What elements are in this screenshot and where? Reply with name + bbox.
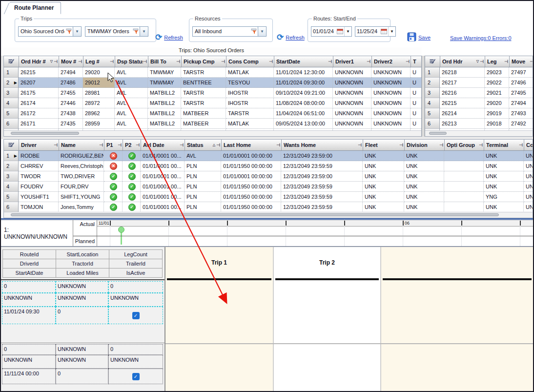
grid-cell[interactable]: U bbox=[411, 119, 421, 129]
row-selector[interactable]: 6 bbox=[4, 202, 19, 212]
trailer-id-cell[interactable]: UNKNOWN bbox=[108, 293, 163, 307]
grid-cell[interactable]: AVL bbox=[115, 88, 148, 98]
grid-cell[interactable]: UNK bbox=[404, 202, 444, 212]
grid-row[interactable]: 4FOUDRVFOUR,DRV✓✓01/01/0001 00...PLN01/0… bbox=[4, 182, 533, 192]
grid-row[interactable]: 6TOMJONJones,Tommy✓✓01/01/0001 00...PLN0… bbox=[4, 202, 533, 212]
tractor-id-cell[interactable]: UNKNOWN bbox=[56, 355, 108, 369]
grid-cell[interactable]: U bbox=[411, 88, 421, 98]
grid-cell[interactable]: Jones,Tommy bbox=[59, 202, 104, 212]
grid-cell[interactable]: RODBE bbox=[19, 151, 59, 161]
grid-cell[interactable]: U bbox=[411, 108, 421, 119]
grid-cell[interactable]: 01/01/0001 00... bbox=[141, 161, 185, 171]
grid-row[interactable]: 2▶262072748629012AVLTMWMAYBENTTREETESYOU… bbox=[4, 78, 421, 88]
grid-cell[interactable]: AVL bbox=[115, 78, 148, 88]
trip-2-column[interactable]: Trip 2 bbox=[274, 247, 380, 391]
grid-cell[interactable]: UNK bbox=[363, 171, 404, 182]
grid-cell[interactable]: ✓ bbox=[123, 202, 141, 212]
grid-cell[interactable]: UNK bbox=[524, 182, 533, 192]
grid-row[interactable]: 3TWODRTWO,DRIVER✓✓01/01/0001 00...PLN01/… bbox=[4, 171, 533, 182]
refresh-icon[interactable]: ⟳ bbox=[155, 34, 162, 41]
row-selector[interactable]: 5 bbox=[4, 192, 19, 202]
grid-cell[interactable]: 01/01/0001 00... bbox=[141, 151, 185, 161]
trips-filter-1-combobox[interactable]: Ohio Sourced Orders ▼ bbox=[18, 26, 82, 37]
grid-cell[interactable]: 26207 bbox=[19, 78, 59, 88]
column-header-ord-hdr-[interactable]: Ord Hdr #▽⊣ bbox=[19, 56, 59, 67]
grid-cell[interactable]: UNKNOWN bbox=[371, 88, 411, 98]
is-active-checkbox[interactable]: ✓ bbox=[132, 312, 140, 319]
grid-cell[interactable]: 01/01/0001 00... bbox=[141, 202, 185, 212]
grid-cell[interactable]: UNK bbox=[404, 182, 444, 192]
grid-cell[interactable]: UNKNOWN bbox=[333, 78, 371, 88]
column-header-compan[interactable]: Compan⊣ bbox=[524, 140, 533, 150]
route-end-date-input[interactable]: 11/25/24 ▼ bbox=[355, 26, 396, 37]
date-dropdown-arrow[interactable]: ▼ bbox=[388, 27, 395, 36]
grid-cell[interactable]: 26213 bbox=[440, 119, 485, 129]
is-active-checkbox[interactable]: ✓ bbox=[132, 373, 140, 380]
dropdown-arrow-button[interactable]: ▼ bbox=[73, 27, 81, 36]
grid-cell[interactable]: 11/04/2024 06:51:00 bbox=[274, 108, 333, 119]
column-header-fleet[interactable]: Fleet⊣ bbox=[363, 140, 405, 150]
horizontal-scrollbar[interactable] bbox=[4, 212, 533, 218]
grid-cell[interactable]: UNKNOWN bbox=[333, 119, 371, 129]
grid-cell[interactable]: ✓ bbox=[104, 192, 123, 202]
grid-cell[interactable]: UNK bbox=[524, 202, 533, 212]
grid-cell[interactable]: 26215 bbox=[19, 67, 59, 78]
column-header-avl-date[interactable]: Avl Date⊣ bbox=[141, 140, 185, 150]
grid-cell[interactable]: 09/10/2024 09:21:00 bbox=[274, 88, 333, 98]
grid-cell[interactable]: 29020 bbox=[83, 67, 115, 78]
grid-cell[interactable]: MATBILL2 bbox=[148, 108, 181, 119]
grid-row[interactable]: 2262172902227496 bbox=[425, 78, 533, 88]
grid-cell[interactable]: UNK bbox=[404, 161, 444, 171]
grid-cell[interactable]: YOUSHFT1 bbox=[19, 192, 59, 202]
grid-row[interactable]: 4261742744628972AVLMATBILL2TARSTRIHOSTR1… bbox=[4, 98, 421, 108]
grid-cell[interactable]: UNK bbox=[484, 161, 524, 171]
resources-refresh-link[interactable]: Refresh bbox=[286, 35, 305, 41]
grid-cell[interactable]: 27455 bbox=[59, 88, 83, 98]
grid-cell[interactable]: 27492 bbox=[509, 119, 533, 129]
grid-cell[interactable]: 11/01/2024 09:30:00 bbox=[274, 78, 333, 88]
grid-cell[interactable]: ✕ bbox=[104, 151, 123, 161]
column-header-mov-[interactable]: Mov #⊣ bbox=[59, 56, 83, 67]
grid-cell[interactable]: UNK bbox=[524, 161, 533, 171]
grid-cell[interactable]: BENTTREE bbox=[181, 78, 226, 88]
grid-cell[interactable]: UNK bbox=[524, 192, 533, 202]
grid-cell[interactable]: IHOSTR bbox=[226, 88, 274, 98]
grid-cell[interactable]: 11/08/2024 08:00:00 bbox=[274, 98, 333, 108]
grid-cell[interactable]: 27446 bbox=[59, 98, 83, 108]
grid-cell[interactable]: 01/01/0001 00... bbox=[141, 192, 185, 202]
grid-cell[interactable]: 28962 bbox=[83, 108, 115, 119]
leg-count-cell[interactable]: 0 bbox=[108, 344, 163, 355]
grid-cell[interactable]: 29018 bbox=[485, 119, 509, 129]
column-header-wants-home[interactable]: Wants Home⊣ bbox=[282, 140, 363, 150]
column-header-driver2[interactable]: Driver2⊣ bbox=[372, 56, 411, 67]
grid-cell[interactable]: 01/01/1950 00:00:00 bbox=[221, 192, 281, 202]
grid-cell[interactable]: 27497 bbox=[509, 67, 533, 78]
column-header-opti-group[interactable]: Opti Group⊣ bbox=[445, 140, 484, 150]
grid-cell[interactable]: 11/01/2024 12:30:00 bbox=[274, 67, 333, 78]
grid-cell[interactable]: 12/31/2049 23:59:59 bbox=[281, 202, 363, 212]
grid-cell[interactable]: 27493 bbox=[509, 108, 533, 119]
leg-count-cell[interactable]: 0 bbox=[108, 281, 163, 293]
column-header-bill-to[interactable]: Bill To⊣ bbox=[148, 56, 182, 67]
grid-cell[interactable]: PLN bbox=[185, 171, 221, 182]
row-selector[interactable]: 4 bbox=[4, 98, 19, 108]
grid-cell[interactable]: ✓ bbox=[104, 182, 123, 192]
row-selector[interactable]: 3 bbox=[4, 171, 19, 182]
start-at-date-cell[interactable]: 11/01/24 09:30 bbox=[2, 307, 56, 324]
grid-cell[interactable]: 26217 bbox=[440, 78, 485, 88]
grid-cell[interactable]: 26174 bbox=[19, 98, 59, 108]
grid-cell[interactable]: MATBEER bbox=[181, 119, 226, 129]
grid-cell[interactable]: AVL bbox=[185, 151, 221, 161]
grid-cell[interactable]: 28981 bbox=[83, 88, 115, 98]
grid-cell[interactable]: UNK bbox=[484, 151, 524, 161]
grid-cell[interactable]: 12/31/2049 23:59:59 bbox=[281, 182, 363, 192]
grid-cell[interactable]: UNKNOWN bbox=[333, 67, 371, 78]
grid-cell[interactable] bbox=[444, 151, 484, 161]
grid-cell[interactable]: UNKNOWN bbox=[333, 108, 371, 119]
row-selector[interactable]: 5 bbox=[4, 108, 19, 119]
grid-cell[interactable]: UNKNOWN bbox=[333, 88, 371, 98]
column-header-ord-hdr[interactable]: Ord Hdr▽⊣ bbox=[440, 56, 485, 67]
scrollbar-thumb[interactable] bbox=[11, 132, 79, 135]
grid-cell[interactable]: IHOSTR bbox=[226, 98, 274, 108]
grid-cell[interactable]: 27494 bbox=[59, 67, 83, 78]
